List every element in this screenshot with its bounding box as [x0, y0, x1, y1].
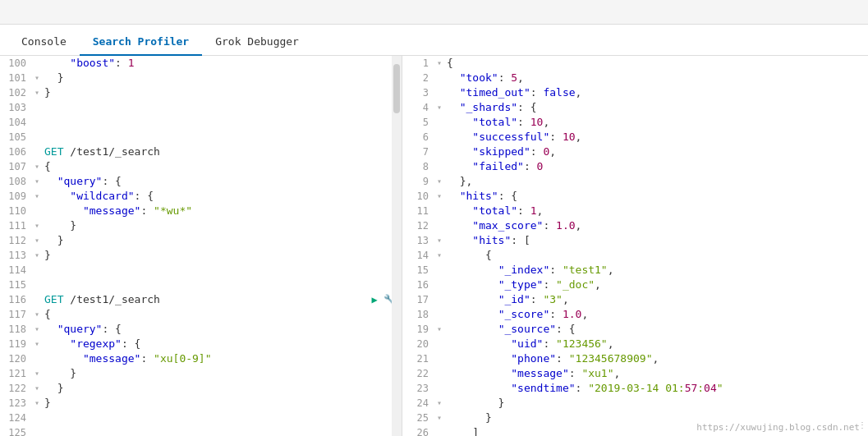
line-number: 25 — [402, 411, 434, 425]
run-button[interactable]: ▶ — [367, 292, 382, 307]
line-number: 112 — [0, 233, 31, 248]
fold-arrow[interactable]: ▾ — [33, 85, 41, 100]
table-row: 108▾ "query": { — [0, 174, 402, 189]
table-row: 7 "skipped": 0, — [402, 145, 868, 159]
fold-arrow[interactable]: ▾ — [33, 159, 41, 174]
table-row: 109▾ "wildcard": { — [0, 189, 402, 204]
table-row: 19▾ "_source": { — [402, 322, 868, 337]
fold-arrow[interactable]: ▾ — [33, 381, 41, 396]
line-content: "boost": 1 — [41, 56, 402, 71]
fold-arrow[interactable]: ▾ — [33, 71, 41, 85]
line-number: 104 — [0, 115, 31, 130]
line-content: "sendtime": "2019-03-14 01:57:04" — [443, 381, 868, 396]
line-number: 26 — [402, 425, 434, 436]
tab-grok-debugger[interactable]: Grok Debugger — [202, 29, 312, 56]
line-number: 11 — [402, 204, 434, 218]
tab-search-profiler[interactable]: Search Profiler — [80, 29, 202, 56]
line-content: "wildcard": { — [41, 189, 402, 204]
nav-tabs: Console Search Profiler Grok Debugger — [0, 25, 868, 56]
left-scrollbar[interactable] — [392, 56, 402, 436]
fold-arrow[interactable]: ▾ — [33, 248, 41, 263]
line-number: 14 — [402, 248, 434, 263]
table-row: 2 "took": 5, — [402, 71, 868, 85]
line-number: 17 — [402, 292, 434, 307]
left-panel: 100 "boost": 1101▾ }102▾}103 104 105 106… — [0, 56, 402, 436]
table-row: 116 GET /test1/_search▶🔧 — [0, 292, 402, 307]
table-row: 123▾} — [0, 396, 402, 411]
line-content: } — [41, 248, 402, 263]
fold-arrow[interactable]: ▾ — [33, 396, 41, 411]
table-row: 1▾{ — [402, 56, 868, 71]
line-number: 101 — [0, 71, 31, 85]
fold-arrow[interactable]: ▾ — [435, 189, 443, 204]
line-content: "total": 1, — [443, 204, 868, 218]
line-content: "_shards": { — [443, 100, 868, 115]
fold-arrow[interactable]: ▾ — [435, 174, 443, 189]
fold-arrow[interactable]: ▾ — [33, 218, 41, 233]
line-content: } — [41, 366, 402, 381]
fold-arrow[interactable]: ▾ — [33, 366, 41, 381]
line-number: 105 — [0, 130, 31, 145]
line-number: 9 — [402, 174, 434, 189]
fold-arrow[interactable]: ▾ — [435, 411, 443, 425]
line-content: "failed": 0 — [443, 159, 868, 174]
line-number: 110 — [0, 204, 31, 218]
fold-arrow[interactable]: ▾ — [435, 233, 443, 248]
line-content: "total": 10, — [443, 115, 868, 130]
right-gutter-dots[interactable]: ⋮ — [857, 420, 868, 429]
line-number: 24 — [402, 396, 434, 411]
line-number: 10 — [402, 189, 434, 204]
line-content: "phone": "12345678909", — [443, 351, 868, 366]
table-row: 9▾ }, — [402, 174, 868, 189]
line-number: 109 — [0, 189, 31, 204]
right-editor[interactable]: 1▾{2 "took": 5,3 "timed_out": false,4▾ "… — [402, 56, 868, 436]
table-row: 15 "_index": "test1", — [402, 263, 868, 278]
table-row: 8 "failed": 0 — [402, 159, 868, 174]
line-number: 2 — [402, 71, 434, 85]
line-number: 120 — [0, 351, 31, 366]
fold-arrow[interactable]: ▾ — [33, 233, 41, 248]
left-editor[interactable]: 100 "boost": 1101▾ }102▾}103 104 105 106… — [0, 56, 402, 436]
table-row: 21 "phone": "12345678909", — [402, 351, 868, 366]
line-content: } — [41, 233, 402, 248]
fold-arrow[interactable]: ▾ — [33, 174, 41, 189]
dots-icon[interactable]: ⋮ — [858, 420, 866, 429]
table-row: 3 "timed_out": false, — [402, 85, 868, 100]
fold-arrow[interactable]: ▾ — [33, 322, 41, 337]
table-row: 20 "uid": "123456", — [402, 337, 868, 351]
right-panel: 1▾{2 "took": 5,3 "timed_out": false,4▾ "… — [402, 56, 868, 436]
line-number: 1 — [402, 56, 434, 71]
line-content: "query": { — [41, 322, 402, 337]
line-number: 106 — [0, 145, 31, 159]
line-number: 103 — [0, 100, 31, 115]
line-content: "took": 5, — [443, 71, 868, 85]
table-row: 112▾ } — [0, 233, 402, 248]
line-content: } — [41, 218, 402, 233]
fold-arrow[interactable]: ▾ — [33, 337, 41, 351]
fold-arrow[interactable]: ▾ — [435, 56, 443, 71]
line-content: "timed_out": false, — [443, 85, 868, 100]
line-number: 123 — [0, 396, 31, 411]
tab-console[interactable]: Console — [8, 29, 80, 56]
line-number: 115 — [0, 278, 31, 292]
main-content: 100 "boost": 1101▾ }102▾}103 104 105 106… — [0, 56, 868, 436]
table-row: 17 "_id": "3", — [402, 292, 868, 307]
line-content: "_source": { — [443, 322, 868, 337]
line-content: "hits": [ — [443, 233, 868, 248]
fold-arrow[interactable]: ▾ — [435, 248, 443, 263]
fold-arrow[interactable]: ▾ — [435, 322, 443, 337]
table-row: 104 — [0, 115, 402, 130]
table-row: 102▾} — [0, 85, 402, 100]
table-row: 118▾ "query": { — [0, 322, 402, 337]
table-row: 120 "message": "xu[0-9]" — [0, 351, 402, 366]
fold-arrow[interactable]: ▾ — [33, 189, 41, 204]
line-content: "message": "xu1", — [443, 366, 868, 381]
table-row: 124 — [0, 411, 402, 425]
fold-arrow[interactable]: ▾ — [33, 307, 41, 322]
line-number: 18 — [402, 307, 434, 322]
line-number: 116 — [0, 292, 31, 307]
fold-arrow[interactable]: ▾ — [435, 100, 443, 115]
fold-arrow[interactable]: ▾ — [435, 396, 443, 411]
table-row: 5 "total": 10, — [402, 115, 868, 130]
table-row: 6 "successful": 10, — [402, 130, 868, 145]
